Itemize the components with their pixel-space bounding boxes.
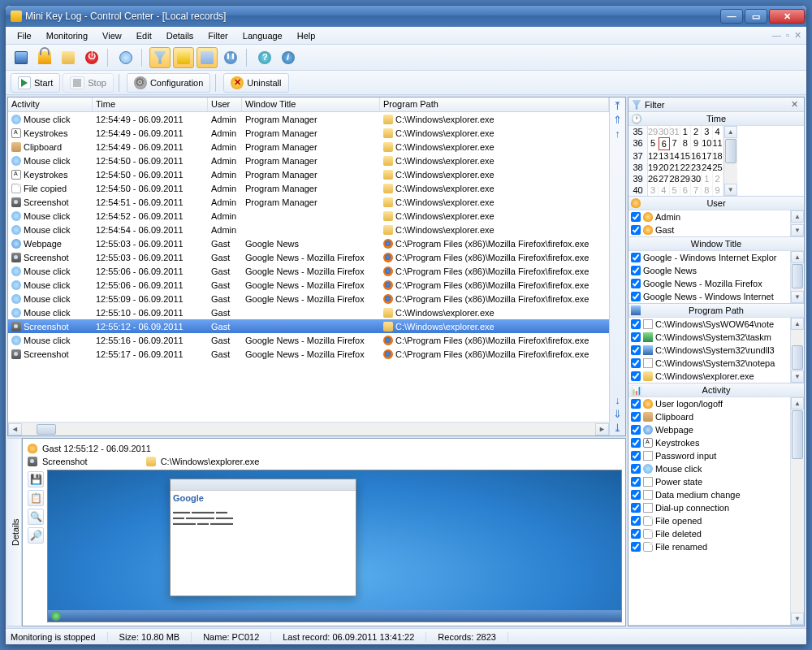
col-activity[interactable]: Activity <box>8 98 93 111</box>
filter-item[interactable]: C:\Windows\System32\notepa <box>628 357 790 370</box>
calendar-day[interactable]: 15 <box>680 150 691 162</box>
save-icon[interactable]: 💾 <box>28 471 44 488</box>
filter-checkbox[interactable] <box>631 358 641 368</box>
calendar-day[interactable]: 30 <box>659 126 669 137</box>
filter-checkbox[interactable] <box>631 266 641 275</box>
calendar-day[interactable]: 13 <box>659 150 669 162</box>
filter-item[interactable]: Admin <box>628 210 790 223</box>
menu-monitoring[interactable]: Monitoring <box>40 29 94 42</box>
table-row[interactable]: Mouse click12:54:49 - 06.09.2011AdminPro… <box>8 112 609 126</box>
table-row[interactable]: Keystrokes12:54:50 - 06.09.2011AdminProg… <box>8 167 609 181</box>
calendar-day[interactable]: 8 <box>680 137 691 150</box>
filter-item[interactable]: Password input <box>628 449 790 462</box>
uninstall-button[interactable]: Uninstall <box>223 73 288 93</box>
nav-up-icon[interactable]: ↑ <box>611 127 624 140</box>
calendar-day[interactable]: 17 <box>702 150 712 162</box>
calendar-day[interactable]: 3 <box>648 184 659 196</box>
filter-item[interactable]: Power state <box>628 475 790 488</box>
table-row[interactable]: Clipboard12:54:49 - 06.09.2011AdminProgr… <box>8 140 609 154</box>
calendar-day[interactable]: 29 <box>680 173 691 184</box>
menu-language[interactable]: Language <box>236 29 289 42</box>
table-row[interactable]: Mouse click12:55:09 - 06.09.2011GastGoog… <box>8 292 609 306</box>
horizontal-scrollbar[interactable]: ◄► <box>8 422 609 436</box>
copy-icon[interactable]: 📋 <box>28 490 44 506</box>
details-tab[interactable]: Details <box>7 438 22 626</box>
filter-item[interactable]: User logon/logoff <box>628 397 790 410</box>
records-grid[interactable]: Activity Time User Window Title Program … <box>8 98 609 436</box>
table-row[interactable]: Mouse click12:55:16 - 06.09.2011GastGoog… <box>8 333 609 347</box>
filter-item[interactable]: Keystrokes <box>628 436 790 449</box>
calendar-day[interactable]: 11 <box>713 137 723 150</box>
stop-button[interactable]: Stop <box>63 73 114 93</box>
calendar-day[interactable]: 12 <box>648 150 659 162</box>
table-row[interactable]: Screenshot12:54:51 - 06.09.2011AdminProg… <box>8 195 609 209</box>
user-scrollbar[interactable]: ▲▼ <box>790 210 804 236</box>
pause-icon[interactable] <box>220 47 241 68</box>
filter-item[interactable]: Clipboard <box>628 410 790 423</box>
filter-item[interactable]: Google News - Mozilla Firefox <box>628 277 790 290</box>
mdi-close-icon[interactable]: ✕ <box>794 30 801 41</box>
calendar-day[interactable]: 23 <box>691 162 702 173</box>
filter-item[interactable]: C:\Windows\System32\rundll3 <box>628 344 790 357</box>
filter-checkbox[interactable] <box>631 425 641 435</box>
calendar-day[interactable]: 24 <box>702 162 712 173</box>
filter-toggle-icon[interactable] <box>149 47 171 68</box>
monitor-icon[interactable] <box>11 47 32 68</box>
calendar-day[interactable]: 3 <box>702 126 712 137</box>
filter-item[interactable]: File deleted <box>628 527 790 540</box>
table-row[interactable]: Screenshot12:55:12 - 06.09.2011GastC:\Wi… <box>8 319 609 333</box>
nav-pagedown-icon[interactable]: ⇓ <box>611 407 624 420</box>
table-row[interactable]: Mouse click12:54:52 - 06.09.2011AdminC:\… <box>8 209 609 223</box>
filter-checkbox[interactable] <box>631 399 641 409</box>
filter-checkbox[interactable] <box>631 529 641 539</box>
nav-first-icon[interactable]: ⤒ <box>611 99 624 112</box>
filter-item[interactable]: Data medium change <box>628 488 790 501</box>
calendar-day[interactable]: 26 <box>648 173 659 184</box>
table-row[interactable]: Mouse click12:54:50 - 06.09.2011AdminPro… <box>8 154 609 167</box>
zoom-out-icon[interactable]: 🔎 <box>28 527 44 544</box>
help-icon[interactable] <box>254 47 275 68</box>
calendar[interactable]: 3529303112343656789101137121314151617183… <box>628 126 723 196</box>
info-icon[interactable] <box>278 47 299 68</box>
mdi-restore-icon[interactable]: ▫ <box>786 30 789 41</box>
filter-checkbox[interactable] <box>631 516 641 526</box>
filter-checkbox[interactable] <box>631 477 641 487</box>
calendar-day[interactable]: 6 <box>680 184 691 196</box>
unlock-icon[interactable] <box>34 47 55 68</box>
menu-file[interactable]: File <box>11 29 38 42</box>
filter-checkbox[interactable] <box>631 371 641 381</box>
menu-edit[interactable]: Edit <box>130 29 158 42</box>
nav-down-icon[interactable]: ↓ <box>611 393 624 406</box>
maximize-button[interactable]: ▭ <box>745 9 767 24</box>
filter-checkbox[interactable] <box>631 212 641 222</box>
table-row[interactable]: Keystrokes12:54:49 - 06.09.2011AdminProg… <box>8 126 609 140</box>
calendar-day[interactable]: 6 <box>659 137 669 150</box>
calendar-day[interactable]: 31 <box>670 126 680 137</box>
screenshot-preview[interactable]: Google▬▬▬ ▬▬▬▬ ▬▬▬▬ ▬▬▬▬▬ ▬▬▬▬▬▬▬ ▬▬ ▬▬▬… <box>47 470 622 622</box>
calendar-day[interactable]: 4 <box>713 126 723 137</box>
filter-checkbox[interactable] <box>631 451 641 461</box>
table-row[interactable]: Webpage12:55:03 - 06.09.2011GastGoogle N… <box>8 236 609 250</box>
filter-item[interactable]: Google - Windows Internet Explor <box>628 251 790 264</box>
filter-checkbox[interactable] <box>631 464 641 474</box>
calendar-day[interactable]: 30 <box>691 173 702 184</box>
filter-item[interactable]: Google News <box>628 264 790 277</box>
calendar-day[interactable]: 2 <box>713 173 723 184</box>
menu-filter[interactable]: Filter <box>201 29 234 42</box>
filter-checkbox[interactable] <box>631 319 641 329</box>
calendar-day[interactable]: 8 <box>702 184 712 196</box>
mdi-minimize-icon[interactable]: — <box>772 30 781 41</box>
zoom-in-icon[interactable]: 🔍 <box>28 509 44 525</box>
calendar-day[interactable]: 21 <box>670 162 680 173</box>
filter-checkbox[interactable] <box>631 490 641 500</box>
path-scrollbar[interactable]: ▲▼ <box>790 318 804 383</box>
tabs-icon[interactable] <box>197 47 218 68</box>
calendar-day[interactable]: 16 <box>691 150 702 162</box>
filter-item[interactable]: C:\Windows\System32\taskm <box>628 331 790 344</box>
table-row[interactable]: Mouse click12:55:06 - 06.09.2011GastGoog… <box>8 278 609 292</box>
calendar-day[interactable]: 5 <box>648 137 659 150</box>
calendar-day[interactable]: 1 <box>680 126 691 137</box>
col-user[interactable]: User <box>208 98 242 111</box>
calendar-day[interactable]: 25 <box>713 162 723 173</box>
filter-checkbox[interactable] <box>631 345 641 355</box>
